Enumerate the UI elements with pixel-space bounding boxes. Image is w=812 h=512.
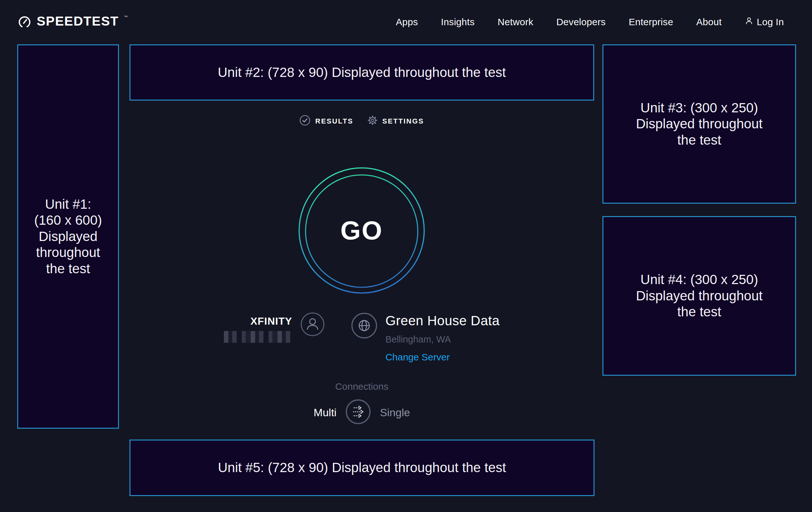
ad-unit-1: Unit #1: (160 x 600) Displayed throughou… xyxy=(17,44,119,429)
ad-unit-4-text: Unit #4: (300 x 250) Displayed throughou… xyxy=(627,272,771,320)
ad-unit-4: Unit #4: (300 x 250) Displayed throughou… xyxy=(603,216,796,376)
nav-insights[interactable]: Insights xyxy=(441,17,474,27)
logo[interactable]: SPEEDTEST ™ xyxy=(17,14,127,31)
server-name: Green House Data xyxy=(385,314,499,327)
change-server-link[interactable]: Change Server xyxy=(385,352,499,362)
nav-about[interactable]: About xyxy=(696,17,722,27)
nav-network[interactable]: Network xyxy=(497,17,533,27)
connections-label: Connections xyxy=(335,382,388,392)
ad-unit-2: Unit #2: (728 x 90) Displayed throughout… xyxy=(129,44,594,101)
tab-results[interactable]: RESULTS xyxy=(299,115,353,127)
nav-enterprise[interactable]: Enterprise xyxy=(629,17,673,27)
isp-column: XFINITY xyxy=(224,312,292,343)
tab-settings-label: SETTINGS xyxy=(382,116,424,126)
main-nav: Apps Insights Network Developers Enterpr… xyxy=(396,17,784,27)
isp-name: XFINITY xyxy=(250,316,292,326)
isp-info: XFINITY xyxy=(224,312,325,362)
header: SPEEDTEST ™ Apps Insights Network Develo… xyxy=(0,0,812,44)
gear-icon xyxy=(368,115,378,127)
logo-text: SPEEDTEST xyxy=(37,14,119,29)
server-column: Green House Data Bellingham, WA Change S… xyxy=(385,312,499,362)
ad-unit-1-text: Unit #1: (160 x 600) Displayed throughou… xyxy=(32,196,104,277)
speedometer-gauge-icon xyxy=(17,14,32,31)
connections-toggle-row: Multi Single xyxy=(314,399,410,426)
multi-connection-toggle-icon[interactable] xyxy=(345,399,371,426)
login-button[interactable]: Log In xyxy=(745,17,784,27)
go-button[interactable]: GO xyxy=(298,167,426,294)
globe-circle-icon xyxy=(351,312,378,340)
tab-results-label: RESULTS xyxy=(315,116,353,126)
server-info: Green House Data Bellingham, WA Change S… xyxy=(351,312,499,362)
ad-unit-2-text: Unit #2: (728 x 90) Displayed throughout… xyxy=(218,64,506,80)
mode-multi[interactable]: Multi xyxy=(314,407,337,418)
tab-settings[interactable]: SETTINGS xyxy=(368,115,424,127)
nav-apps[interactable]: Apps xyxy=(396,17,418,27)
tabs-bar: RESULTS xyxy=(129,115,594,127)
mode-single[interactable]: Single xyxy=(380,407,410,418)
check-circle-icon xyxy=(299,115,310,127)
ad-unit-5-text: Unit #5: (728 x 90) Displayed throughout… xyxy=(218,460,506,476)
ad-unit-3: Unit #3: (300 x 250) Displayed throughou… xyxy=(603,44,796,204)
logo-trademark: ™ xyxy=(124,15,127,19)
ad-unit-3-text: Unit #3: (300 x 250) Displayed throughou… xyxy=(627,100,771,148)
user-icon xyxy=(745,17,753,27)
login-label: Log In xyxy=(757,17,784,27)
server-location: Bellingham, WA xyxy=(385,335,499,344)
isp-user-circle-icon xyxy=(300,312,325,338)
connections-section: Connections Multi Single xyxy=(129,382,594,426)
speedtest-page: SPEEDTEST ™ Apps Insights Network Develo… xyxy=(0,0,812,512)
nav-developers[interactable]: Developers xyxy=(556,17,606,27)
redacted-ip-text xyxy=(224,331,292,343)
go-button-label: GO xyxy=(298,167,426,294)
ad-unit-5: Unit #5: (728 x 90) Displayed throughout… xyxy=(129,439,594,496)
connection-info-row: XFINITY xyxy=(129,312,594,362)
